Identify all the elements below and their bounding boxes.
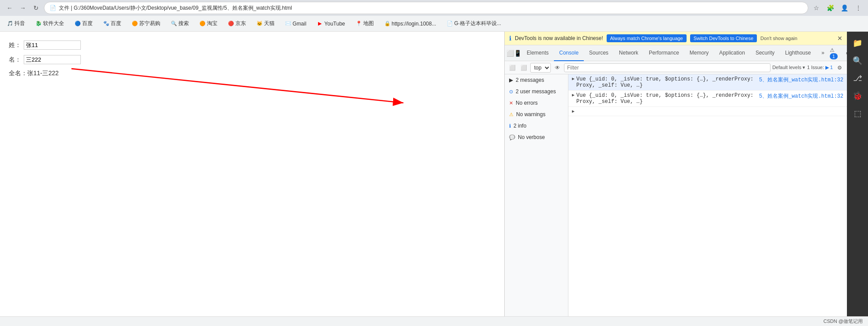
sidebar-errors-label: No errors <box>516 100 538 106</box>
console-output: ▶ Vue {_uid: 0, _isVue: true, $options: … <box>568 74 847 316</box>
default-levels-dropdown[interactable]: Default levels ▾ <box>772 65 805 70</box>
tab-performance[interactable]: Performance <box>644 45 684 61</box>
tab-elements[interactable]: Elements <box>521 45 554 61</box>
extensions-button[interactable]: 🧩 <box>824 2 836 14</box>
switch-devtools-button[interactable]: Switch DevTools to Chinese <box>690 34 757 42</box>
vscode-btn-1[interactable]: 📁 <box>850 35 865 51</box>
bookmark-taobao[interactable]: 🟠 淘宝 <box>196 18 221 29</box>
console-filter-input[interactable] <box>564 63 770 72</box>
devtools-body: ▶ 2 messages ⊙ 2 user messages ✕ No erro… <box>505 74 847 316</box>
devtools-notification: ℹ DevTools is now available in Chinese! … <box>505 32 847 45</box>
verbose-icon: 💬 <box>509 135 515 140</box>
sidebar-info[interactable]: ℹ 2 info <box>505 120 568 132</box>
bookmark-youtube[interactable]: ▶ YouTube <box>313 19 348 28</box>
bookmark-ruanjian[interactable]: 🐉 软件大全 <box>32 18 68 29</box>
tab-security[interactable]: Security <box>750 45 780 61</box>
bookmark-login[interactable]: 🔒 https://login.1008... <box>381 19 440 28</box>
bookmark-jd[interactable]: 🔴 京东 <box>224 18 250 29</box>
address-bar-container[interactable]: 📄 <box>44 2 808 14</box>
sidebar-warnings[interactable]: ⚠ No warnings <box>505 109 568 120</box>
bookmark-baidu1[interactable]: 🔵 百度 <box>71 18 96 29</box>
nav-buttons: ← → ↻ <box>4 2 42 14</box>
console-link-1[interactable]: 5、姓名案例_watch实现.html:32 <box>759 76 843 84</box>
sidebar-user-messages-label: 2 user messages <box>516 88 556 95</box>
ruanjian-icon: 🐉 <box>36 21 42 27</box>
tianmao-icon: 🐱 <box>257 21 263 27</box>
tab-application[interactable]: Application <box>714 45 750 61</box>
fullname-prefix: 全名： <box>9 70 27 77</box>
sidebar-verbose-label: No verbose <box>518 134 545 140</box>
bookmark-gmail[interactable]: ✉️ Gmail <box>282 19 310 28</box>
console-line-2: ▶ Vue {_uid: 0, _isVue: true, $options: … <box>568 91 847 107</box>
tab-sources[interactable]: Sources <box>584 45 614 61</box>
suning-icon: 🟠 <box>132 21 138 27</box>
tab-network[interactable]: Network <box>614 45 644 61</box>
bookmark-suning[interactable]: 🟠 苏宁易购 <box>128 18 164 29</box>
sidebar-info-label: 2 info <box>514 123 526 129</box>
map-icon: 📍 <box>356 21 362 27</box>
bookmark-search-label: 搜索 <box>178 20 189 27</box>
vscode-sidebar: 📁 🔍 ⎇ 🐞 ⬚ <box>847 32 868 316</box>
bookmark-csdn[interactable]: 📄 G·格子达本科毕设... <box>443 18 505 29</box>
device-toggle-button[interactable]: 📱 <box>514 47 521 59</box>
sidebar-verbose[interactable]: 💬 No verbose <box>505 132 568 143</box>
page-content: 姓： 名： 全名：张11-三222 <box>0 32 504 316</box>
taobao-icon: 🟠 <box>199 21 206 27</box>
bookmark-suning-label: 苏宁易购 <box>139 20 160 27</box>
notification-close-button[interactable]: ✕ <box>837 35 843 42</box>
expand-icon: ▶ <box>509 77 513 83</box>
bookmark-map[interactable]: 📍 地图 <box>352 18 377 29</box>
vscode-btn-2[interactable]: 🔍 <box>850 53 865 69</box>
expand-btn-2[interactable]: ▶ <box>572 92 575 98</box>
refresh-button[interactable]: ↻ <box>30 2 42 14</box>
back-button[interactable]: ← <box>4 2 16 14</box>
surname-input[interactable] <box>24 40 81 50</box>
douyin-icon: 🎵 <box>7 21 13 27</box>
tab-lighthouse[interactable]: Lighthouse <box>780 45 816 61</box>
tab-more[interactable]: » <box>816 45 830 61</box>
console-link-2[interactable]: 5、姓名案例_watch实现.html:32 <box>759 92 843 100</box>
info-icon: ℹ <box>509 35 511 42</box>
console-settings-btn[interactable]: ⚙ <box>835 63 844 73</box>
address-input[interactable] <box>59 5 803 11</box>
jd-icon: 🔴 <box>228 21 234 27</box>
bookmark-ruanjian-label: 软件大全 <box>43 20 64 27</box>
tab-console[interactable]: Console <box>554 45 584 61</box>
gmail-icon: ✉️ <box>285 21 291 27</box>
expand-btn-3[interactable]: ▶ <box>572 109 575 114</box>
sidebar-messages-label: 2 messages <box>516 77 544 83</box>
sidebar-errors[interactable]: ✕ No errors <box>505 97 568 109</box>
menu-button[interactable]: ⋮ <box>852 2 864 14</box>
console-layout-btn2[interactable]: ⬜ <box>519 63 528 73</box>
warning-icon: ⚠ <box>509 112 514 117</box>
bookmark-baidu2[interactable]: 🐾 百度 <box>100 18 125 29</box>
bookmark-youtube-label: YouTube <box>324 21 345 27</box>
bookmark-button[interactable]: ☆ <box>810 2 822 14</box>
sidebar-all-messages[interactable]: ▶ 2 messages <box>505 74 568 86</box>
devtools-panel: ℹ DevTools is now available in Chinese! … <box>504 32 847 316</box>
status-bar: CSDN @做笔记用 <box>0 316 868 326</box>
console-line-3: ▶ <box>568 107 847 116</box>
vscode-btn-4[interactable]: 🐞 <box>850 88 865 104</box>
sidebar-user-messages[interactable]: ⊙ 2 user messages <box>505 86 568 97</box>
profile-button[interactable]: 👤 <box>838 2 850 14</box>
top-context-dropdown[interactable]: top <box>530 63 551 73</box>
console-text-2: Vue {_uid: 0, _isVue: true, $options: {…… <box>576 92 757 105</box>
bookmark-tianmao[interactable]: 🐱 天猫 <box>253 18 278 29</box>
eye-icon-btn[interactable]: 👁 <box>553 63 562 73</box>
bookmark-search[interactable]: 🔍 搜索 <box>167 18 192 29</box>
lock-icon: 📄 <box>50 5 56 11</box>
forward-button[interactable]: → <box>17 2 29 14</box>
vscode-btn-5[interactable]: ⬚ <box>850 106 865 121</box>
surname-label: 姓： <box>9 41 21 49</box>
inspect-element-button[interactable]: ⬜ <box>506 47 514 59</box>
name-input[interactable] <box>24 55 81 64</box>
console-layout-btn1[interactable]: ⬜ <box>507 63 517 73</box>
console-line-1: ▶ Vue {_uid: 0, _isVue: true, $options: … <box>568 74 847 91</box>
vscode-btn-3[interactable]: ⎇ <box>850 70 865 86</box>
tab-memory[interactable]: Memory <box>684 45 714 61</box>
dismiss-button[interactable]: Don't show again <box>760 36 797 41</box>
bookmark-douyin[interactable]: 🎵 抖音 <box>4 18 29 29</box>
always-match-button[interactable]: Always match Chrome's language <box>607 34 687 42</box>
expand-btn-1[interactable]: ▶ <box>572 76 575 81</box>
